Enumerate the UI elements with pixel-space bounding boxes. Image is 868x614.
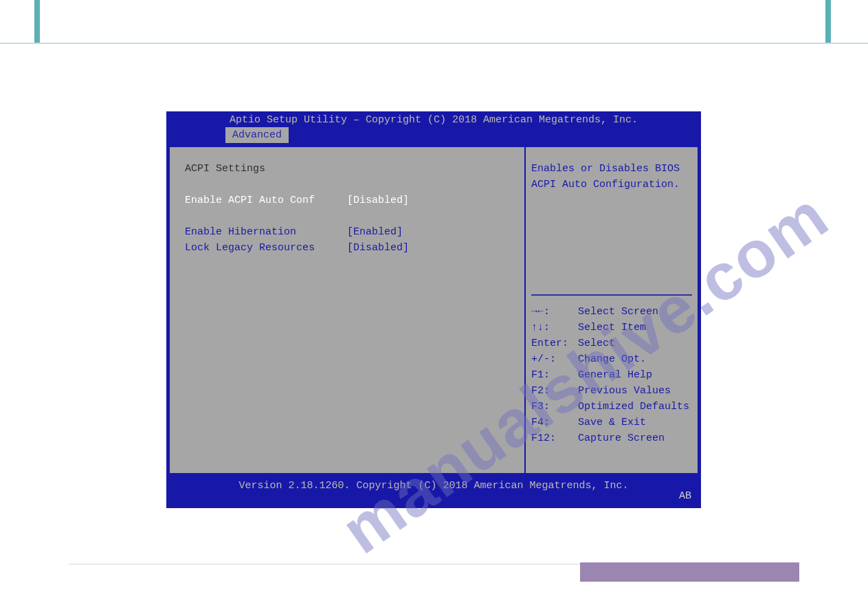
help-text: General Help	[578, 367, 652, 383]
help-text: Select Screen	[578, 304, 658, 320]
page-header	[0, 0, 868, 44]
help-f3: F3: Optimized Defaults	[531, 399, 692, 415]
bios-window: Aptio Setup Utility – Copyright (C) 2018…	[166, 111, 701, 508]
help-key: F2:	[531, 383, 578, 399]
bios-corner-badge: AB	[679, 488, 691, 504]
help-text: Capture Screen	[578, 430, 665, 446]
help-key: F12:	[531, 430, 578, 446]
help-key: F3:	[531, 399, 578, 415]
help-f1: F1: General Help	[531, 367, 692, 383]
help-enter: Enter: Select	[531, 336, 692, 351]
help-f12: F12: Capture Screen	[531, 430, 692, 446]
help-separator	[531, 294, 692, 296]
settings-panel: ACPI Settings Enable ACPI Auto Conf [Dis…	[170, 147, 524, 473]
header-underline	[0, 43, 868, 44]
spacer	[185, 208, 509, 224]
help-key: F1:	[531, 367, 578, 383]
header-accent-right	[825, 0, 831, 44]
setting-value: [Disabled]	[347, 193, 509, 208]
bios-footer: Version 2.18.1260. Copyright (C) 2018 Am…	[166, 474, 701, 492]
bios-title: Aptio Setup Utility – Copyright (C) 2018…	[166, 111, 701, 127]
setting-value: [Disabled]	[347, 240, 509, 256]
help-select-item: ↑↓: Select Item	[531, 320, 692, 336]
footer-accent	[580, 562, 799, 582]
setting-value: [Enabled]	[347, 224, 509, 240]
footer-rule	[69, 564, 580, 564]
help-text: Previous Values	[578, 383, 671, 399]
setting-hibernation[interactable]: Enable Hibernation [Enabled]	[185, 224, 509, 240]
help-text: Change Opt.	[578, 351, 646, 367]
tab-advanced[interactable]: Advanced	[225, 127, 289, 143]
help-select-screen: →←: Select Screen	[531, 304, 692, 320]
arrow-ud-icon: ↑↓:	[531, 320, 578, 336]
help-key: F4:	[531, 415, 578, 430]
help-panel: Enables or Disables BIOS ACPI Auto Confi…	[526, 147, 698, 473]
setting-label: Enable Hibernation	[185, 224, 347, 240]
setting-label: Lock Legacy Resources	[185, 240, 347, 256]
setting-description: Enables or Disables BIOS ACPI Auto Confi…	[531, 161, 692, 193]
help-key: Enter:	[531, 336, 578, 351]
bios-content: ACPI Settings Enable ACPI Auto Conf [Dis…	[170, 143, 698, 474]
help-text: Select	[578, 336, 615, 351]
arrow-lr-icon: →←:	[531, 304, 578, 320]
setting-label: Enable ACPI Auto Conf	[185, 193, 347, 208]
setting-acpi-auto-conf[interactable]: Enable ACPI Auto Conf [Disabled]	[185, 193, 509, 208]
help-f2: F2: Previous Values	[531, 383, 692, 399]
help-text: Select Item	[578, 320, 646, 336]
help-text: Save & Exit	[578, 415, 646, 430]
help-f4: F4: Save & Exit	[531, 415, 692, 430]
help-key: +/-:	[531, 351, 578, 367]
bios-tab-bar: Advanced	[166, 127, 701, 143]
help-change-opt: +/-: Change Opt.	[531, 351, 692, 367]
section-title: ACPI Settings	[185, 161, 509, 177]
help-text: Optimized Defaults	[578, 399, 689, 415]
setting-lock-legacy[interactable]: Lock Legacy Resources [Disabled]	[185, 240, 509, 256]
header-accent-left	[34, 0, 40, 44]
